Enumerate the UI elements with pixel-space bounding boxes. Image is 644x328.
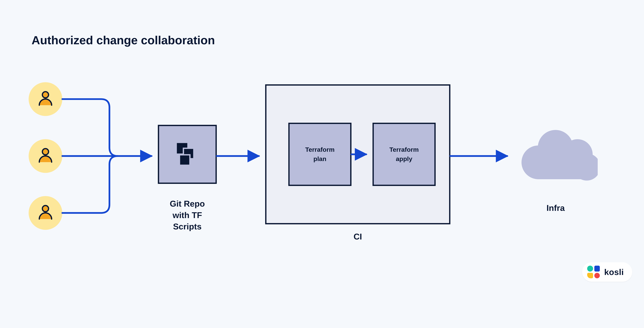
svg-point-0 xyxy=(42,92,48,98)
svg-point-2 xyxy=(42,206,48,212)
infra-label: Infra xyxy=(514,203,598,214)
user-icon xyxy=(36,146,55,166)
git-repo-label: Git Repo with TF Scripts xyxy=(158,198,217,232)
infra-node xyxy=(514,120,598,188)
terraform-apply-node: Terraform apply xyxy=(372,123,436,186)
user-icon xyxy=(36,203,55,223)
stacked-squares-icon xyxy=(174,140,200,168)
kosli-logo-icon xyxy=(587,266,600,278)
diagram-title: Authorized change collaboration xyxy=(32,34,215,47)
terraform-apply-label-l2: apply xyxy=(396,154,412,164)
brand-name: kosli xyxy=(604,267,624,277)
terraform-plan-label-l1: Terraform xyxy=(305,145,334,154)
git-repo-node xyxy=(158,125,217,184)
user-node xyxy=(28,139,62,173)
svg-rect-5 xyxy=(180,155,190,165)
terraform-apply-label-l1: Terraform xyxy=(389,145,419,154)
user-node xyxy=(28,196,62,230)
diagram-canvas: Authorized change collaboration xyxy=(0,0,644,291)
brand-badge: kosli xyxy=(582,262,632,282)
cloud-icon xyxy=(514,182,598,189)
user-node xyxy=(28,82,62,116)
ci-label: CI xyxy=(265,231,450,242)
svg-point-1 xyxy=(42,149,48,155)
terraform-plan-label-l2: plan xyxy=(313,154,326,164)
user-icon xyxy=(36,89,55,109)
terraform-plan-node: Terraform plan xyxy=(288,123,352,186)
